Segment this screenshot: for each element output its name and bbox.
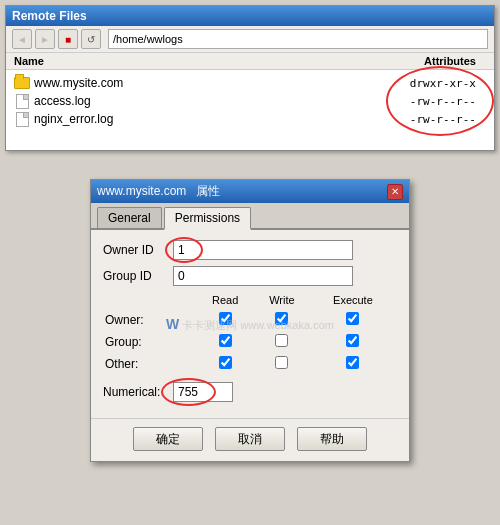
perm-other-read[interactable] bbox=[197, 354, 253, 374]
col-header-execute: Execute bbox=[311, 294, 395, 308]
perm-group-read[interactable] bbox=[197, 332, 253, 352]
perm-owner-execute[interactable] bbox=[311, 310, 395, 330]
column-name: Name bbox=[14, 55, 346, 67]
file-attrs: drwxr-xr-x bbox=[346, 77, 486, 90]
properties-dialog: www.mysite.com 属性 ✕ General Permissions … bbox=[90, 179, 410, 462]
col-header-read: Read bbox=[197, 294, 253, 308]
perm-label-group: Group: bbox=[105, 332, 195, 352]
ok-button[interactable]: 确定 bbox=[133, 427, 203, 451]
window-toolbar: ◄ ► ■ ↺ bbox=[6, 26, 494, 53]
list-item[interactable]: access.log -rw-r--r-- bbox=[14, 92, 486, 110]
group-id-label: Group ID bbox=[103, 269, 173, 283]
back-button[interactable]: ◄ bbox=[12, 29, 32, 49]
group-id-row: Group ID bbox=[103, 266, 397, 286]
perm-other-execute[interactable] bbox=[311, 354, 395, 374]
forward-button[interactable]: ► bbox=[35, 29, 55, 49]
perm-label-owner: Owner: bbox=[105, 310, 195, 330]
file-icon bbox=[14, 111, 30, 127]
window-title: Remote Files bbox=[12, 9, 87, 23]
file-icon bbox=[14, 93, 30, 109]
dialog-content: Owner ID Group ID W 卡卡测速网 www.webkaka.co… bbox=[91, 230, 409, 418]
dialog-buttons: 确定 取消 帮助 bbox=[91, 418, 409, 461]
owner-id-row: Owner ID bbox=[103, 240, 397, 260]
cancel-button[interactable]: 取消 bbox=[215, 427, 285, 451]
dialog-close-button[interactable]: ✕ bbox=[387, 184, 403, 200]
perm-other-write[interactable] bbox=[255, 354, 309, 374]
file-name: nginx_error.log bbox=[34, 112, 346, 126]
group-id-input[interactable] bbox=[173, 266, 353, 286]
perm-group-write[interactable] bbox=[255, 332, 309, 352]
permissions-table: Read Write Execute Owner: Group: bbox=[103, 292, 397, 376]
remote-files-window: Remote Files ◄ ► ■ ↺ Name Attributes www… bbox=[5, 5, 495, 151]
dialog-titlebar: www.mysite.com 属性 ✕ bbox=[91, 180, 409, 203]
tab-permissions[interactable]: Permissions bbox=[164, 207, 251, 230]
tab-general[interactable]: General bbox=[97, 207, 162, 228]
dialog-area: www.mysite.com 属性 ✕ General Permissions … bbox=[0, 171, 500, 472]
file-name: access.log bbox=[34, 94, 346, 108]
perm-row-other: Other: bbox=[105, 354, 395, 374]
owner-id-label: Owner ID bbox=[103, 243, 173, 257]
perm-owner-write[interactable] bbox=[255, 310, 309, 330]
stop-button[interactable]: ■ bbox=[58, 29, 78, 49]
col-header-write: Write bbox=[255, 294, 309, 308]
refresh-button[interactable]: ↺ bbox=[81, 29, 101, 49]
address-bar[interactable] bbox=[108, 29, 488, 49]
perm-row-group: Group: bbox=[105, 332, 395, 352]
owner-id-input[interactable] bbox=[173, 240, 353, 260]
perm-group-execute[interactable] bbox=[311, 332, 395, 352]
window-titlebar: Remote Files bbox=[6, 6, 494, 26]
file-attrs: -rw-r--r-- bbox=[346, 113, 486, 126]
numerical-input[interactable] bbox=[173, 382, 233, 402]
help-button[interactable]: 帮助 bbox=[297, 427, 367, 451]
column-attributes: Attributes bbox=[346, 55, 486, 67]
list-item[interactable]: www.mysite.com drwxr-xr-x bbox=[14, 74, 486, 92]
col-header-empty bbox=[105, 294, 195, 308]
numerical-label: Numerical: bbox=[103, 385, 173, 399]
list-item[interactable]: nginx_error.log -rw-r--r-- bbox=[14, 110, 486, 128]
dialog-tabs: General Permissions bbox=[91, 203, 409, 230]
folder-icon bbox=[14, 75, 30, 91]
perm-owner-read[interactable] bbox=[197, 310, 253, 330]
file-list-header: Name Attributes bbox=[6, 53, 494, 70]
file-list: www.mysite.com drwxr-xr-x access.log -rw… bbox=[6, 70, 494, 150]
file-attrs: -rw-r--r-- bbox=[346, 95, 486, 108]
perm-row-owner: Owner: bbox=[105, 310, 395, 330]
file-name: www.mysite.com bbox=[34, 76, 346, 90]
numerical-row: Numerical: bbox=[103, 382, 397, 402]
perm-label-other: Other: bbox=[105, 354, 195, 374]
dialog-title: www.mysite.com 属性 bbox=[97, 183, 220, 200]
